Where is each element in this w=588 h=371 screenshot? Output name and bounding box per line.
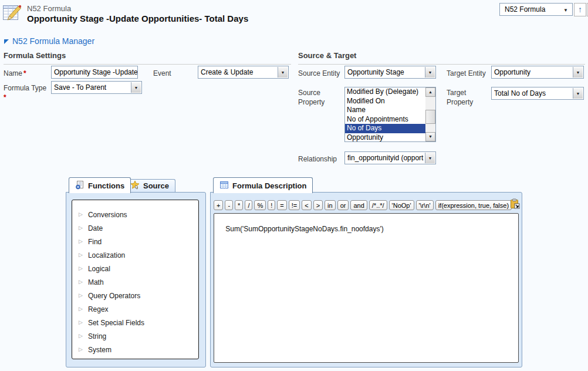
expand-arrow-icon: ▷ (79, 293, 83, 298)
toolbar-button-label: * (238, 202, 240, 209)
function-category[interactable]: ▷String (72, 329, 198, 343)
function-category-label: Set Special Fields (88, 319, 144, 327)
formula-settings-heading: Formula Settings (4, 51, 291, 65)
source-property-option[interactable]: Modified By (Delegate) (345, 87, 425, 97)
function-category-label: Date (88, 224, 103, 232)
function-category[interactable]: ▷Math (72, 275, 198, 289)
function-category-label: Localization (88, 251, 125, 259)
relationship-select[interactable]: fin_opportunityid (opportun ▼ (344, 151, 436, 164)
scrollbar-thumb[interactable] (425, 110, 435, 124)
function-category-label: Find (88, 238, 102, 246)
function-category[interactable]: ▷Set Special Fields (72, 316, 198, 329)
toolbar-button-label: != (292, 202, 297, 209)
target-entity-select[interactable]: Opportunity ▼ (491, 66, 584, 79)
toolbar-button[interactable]: / (245, 200, 252, 210)
expand-arrow-icon: ▷ (79, 320, 83, 325)
dropdown-button[interactable]: ▼ (278, 67, 288, 77)
toolbar-button[interactable]: * (235, 200, 243, 210)
source-property-option[interactable]: Name (345, 106, 425, 115)
toolbar-button[interactable]: > (313, 200, 323, 210)
dropdown-button[interactable]: ▼ (425, 153, 435, 163)
dropdown-arrow-icon: ▼ (428, 70, 432, 75)
expand-arrow-icon: ▷ (79, 266, 83, 271)
toolbar-button[interactable]: - (225, 200, 233, 210)
toolbar-button[interactable]: or (337, 200, 349, 210)
toolbar-button[interactable]: ! (268, 200, 275, 210)
source-property-option[interactable]: Modified On (345, 97, 425, 106)
expand-arrow-icon: ▷ (79, 347, 83, 352)
tab-functions[interactable]: Functions (69, 177, 131, 193)
toolbar-button-label: and (353, 202, 364, 209)
dropdown-button[interactable]: ▼ (573, 67, 583, 77)
dropdown-button[interactable]: ▼ (425, 67, 435, 77)
up-arrow-icon: ↑ (578, 5, 582, 14)
tab-formula-description-label: Formula Description (232, 181, 306, 190)
dropdown-button[interactable]: ▼ (131, 82, 141, 93)
source-property-label: Source Property (298, 88, 333, 107)
source-entity-select[interactable]: Opportunity Stage ▼ (344, 66, 436, 79)
target-property-select[interactable]: Total No of Days ▼ (491, 87, 584, 100)
toolbar-button[interactable]: < (302, 200, 311, 210)
toolbar-button[interactable]: and (350, 200, 367, 210)
source-property-option-label: Opportunity (347, 133, 383, 141)
relationship-select-value: fin_opportunityid (opportun (347, 154, 424, 162)
toolbar-button[interactable]: in (325, 200, 336, 210)
expand-arrow-icon: ▷ (79, 225, 83, 231)
previous-record-button[interactable]: ↑ (574, 3, 586, 16)
function-category[interactable]: ▷Find (72, 235, 198, 248)
source-tab-icon (130, 180, 140, 191)
toolbar-button[interactable]: /*..*/ (369, 200, 387, 210)
toolbar-button-label: in (327, 202, 333, 209)
dropdown-button[interactable]: ▼ (573, 88, 583, 99)
expand-arrow-icon: ▷ (79, 252, 83, 258)
function-category[interactable]: ▷Regex (72, 302, 198, 316)
toolbar-button[interactable]: 'NoOp' (389, 200, 414, 210)
toolbar-button[interactable]: + (214, 200, 223, 210)
function-category-label: Regex (88, 305, 109, 313)
toolbar-button[interactable]: if(expression, true, false) (435, 200, 512, 210)
toolbar-button[interactable]: != (289, 200, 300, 210)
paste-formula-button[interactable] (509, 198, 521, 212)
scroll-down-button[interactable]: ▼ (425, 132, 435, 141)
expand-arrow-icon: ▷ (79, 333, 83, 339)
event-label: Event (153, 69, 171, 78)
scroll-up-button[interactable]: ▲ (425, 87, 435, 97)
tab-source[interactable]: Source (124, 179, 175, 192)
formula-type-select[interactable]: Save - To Parent ▼ (51, 81, 142, 94)
name-input-value: Opportunity Stage -Update Opp (54, 68, 138, 76)
function-category[interactable]: ▷Localization (72, 248, 198, 262)
formula-record-icon (2, 3, 23, 26)
function-category[interactable]: ▷Query Operators (72, 289, 198, 302)
collapse-icon (4, 39, 9, 44)
name-input[interactable]: Opportunity Stage -Update Opp (51, 66, 138, 79)
functions-tree: ▷Conversions▷Date▷Find▷Localization▷Logi… (72, 200, 199, 359)
scroll-down-arrow-icon: ▼ (428, 134, 432, 139)
toolbar-button-label: 'NoOp' (392, 202, 411, 209)
clipboard-paste-icon (509, 198, 521, 212)
source-property-option[interactable]: No of Days (345, 124, 425, 133)
record-selector-dropdown[interactable]: N52 Formula ▼ (499, 3, 573, 16)
formula-type-select-value: Save - To Parent (54, 83, 130, 92)
listbox-scrollbar[interactable]: ▲ ▼ (425, 87, 435, 141)
formula-manager-label: N52 Formula Manager (12, 36, 94, 46)
function-category[interactable]: ▷Conversions (72, 208, 198, 221)
toolbar-button[interactable]: = (277, 200, 286, 210)
toolbar-button[interactable]: % (254, 200, 266, 210)
function-category[interactable]: ▷System (72, 343, 198, 356)
formula-description-editor[interactable]: Sum('SumOpportunityStageNoDays.fin_noofd… (214, 213, 519, 363)
source-property-option[interactable]: Opportunity (345, 133, 425, 142)
function-category[interactable]: ▷Date (72, 221, 198, 235)
target-property-select-value: Total No of Days (494, 89, 572, 97)
source-property-listbox[interactable]: Modified By (Delegate)Modified OnNameNo … (344, 87, 436, 142)
formula-manager-section-link[interactable]: N52 Formula Manager (4, 36, 94, 46)
toolbar-button[interactable]: '\r\n' (416, 200, 434, 210)
event-select[interactable]: Create & Update ▼ (198, 66, 289, 79)
expand-arrow-icon: ▷ (79, 306, 83, 312)
source-property-option[interactable]: No of Appointments (345, 115, 425, 124)
event-select-value: Create & Update (201, 68, 276, 76)
source-property-option-label: Modified On (347, 97, 385, 105)
function-category[interactable]: ▷Logical (72, 262, 198, 275)
tab-source-label: Source (143, 181, 169, 190)
toolbar-button-label: > (316, 202, 320, 209)
tab-formula-description[interactable]: Formula Description (213, 177, 313, 193)
